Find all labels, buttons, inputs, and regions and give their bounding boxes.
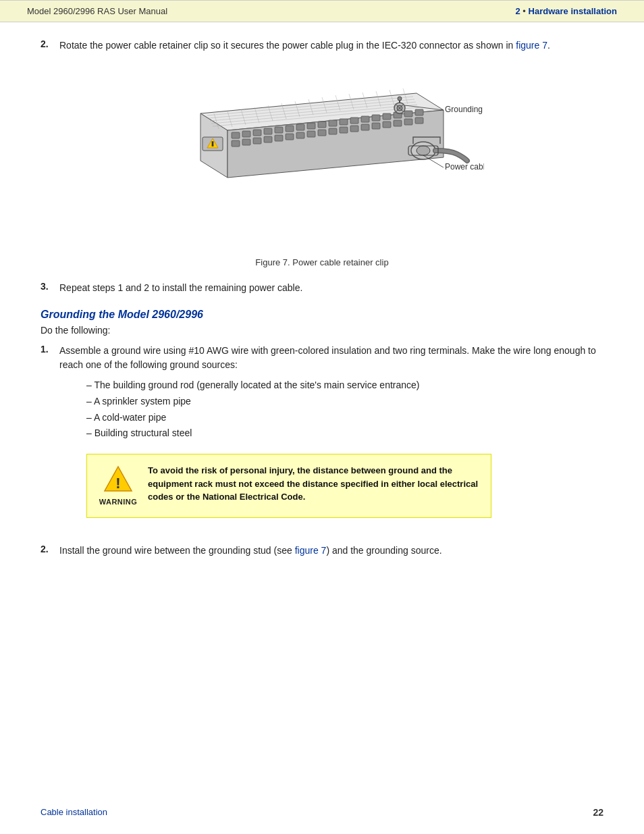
step-2-rotate: 2. Rotate the power cable retainer clip …	[41, 38, 603, 53]
svg-rect-24	[242, 131, 250, 137]
step-3-repeat: 3. Repeat steps 1 and 2 to install the r…	[41, 281, 603, 295]
svg-text:!: !	[115, 475, 120, 492]
svg-rect-23	[232, 132, 240, 138]
grounding-step-1: 1. Assemble a ground wire using #10 AWG …	[41, 344, 603, 530]
footer-section-label: Cable installation	[41, 807, 107, 818]
figure7-link-2[interactable]: figure 7	[295, 545, 327, 556]
svg-rect-56	[394, 120, 402, 126]
svg-rect-58	[415, 118, 423, 124]
figure7-link-1[interactable]: figure 7	[516, 40, 547, 51]
main-content: 2. Rotate the power cable retainer clip …	[0, 38, 644, 612]
figure-7-caption: Figure 7. Power cable retainer clip	[41, 257, 603, 267]
warning-label-text: WARNING	[99, 496, 138, 508]
svg-rect-55	[383, 122, 391, 128]
svg-rect-46	[286, 134, 294, 140]
svg-rect-54	[372, 123, 380, 129]
grounding-section-heading: Grounding the Model 2960/2996	[41, 309, 603, 321]
svg-rect-25	[253, 130, 261, 136]
chapter-number: 2	[515, 6, 520, 16]
svg-rect-36	[372, 115, 380, 121]
svg-rect-45	[275, 135, 283, 141]
svg-rect-47	[296, 132, 304, 138]
diagram-svg: ! Grounding stud Power cable retainer cl…	[160, 73, 484, 249]
svg-rect-50	[329, 128, 337, 134]
header-bullet: •	[522, 6, 526, 16]
chapter-title: Hardware installation	[529, 6, 617, 16]
grounding-step-2-number: 2.	[41, 544, 59, 554]
svg-text:Power cable retainer clip: Power cable retainer clip	[445, 162, 484, 172]
svg-rect-57	[404, 119, 412, 125]
svg-rect-51	[340, 127, 348, 133]
warning-message: To avoid the risk of personal injury, th…	[148, 464, 480, 504]
svg-rect-52	[350, 126, 358, 132]
step-3-number: 3.	[41, 281, 59, 292]
page-footer: Cable installation 22	[0, 807, 644, 818]
svg-rect-49	[318, 130, 326, 136]
svg-rect-39	[404, 111, 412, 117]
grounding-step-2-text: Install the ground wire between the grou…	[59, 544, 603, 558]
svg-rect-41	[232, 140, 240, 147]
svg-rect-34	[350, 118, 358, 124]
svg-rect-33	[340, 119, 348, 125]
svg-point-66	[417, 146, 430, 155]
svg-rect-27	[275, 127, 283, 133]
list-item: Building structural steel	[86, 425, 603, 442]
grounding-step-1-number: 1.	[41, 344, 59, 355]
svg-rect-43	[253, 138, 261, 144]
list-item: A sprinkler system pipe	[86, 394, 603, 410]
svg-rect-26	[264, 128, 272, 134]
svg-text:!: !	[212, 140, 214, 147]
step-2-number: 2.	[41, 38, 59, 49]
warning-triangle-icon: !	[103, 464, 133, 494]
svg-rect-35	[361, 116, 369, 122]
list-item: The building ground rod (generally locat…	[86, 377, 603, 394]
svg-rect-42	[242, 139, 250, 145]
footer-page-number: 22	[593, 807, 603, 818]
header-chapter: 2 • Hardware installation	[515, 6, 617, 16]
svg-rect-28	[286, 126, 294, 132]
svg-rect-53	[361, 124, 369, 130]
grounding-step-1-content: Assemble a ground wire using #10 AWG wir…	[59, 344, 603, 530]
svg-rect-40	[415, 109, 423, 115]
svg-text:Grounding stud: Grounding stud	[445, 105, 484, 114]
ground-sources-list: The building ground rod (generally locat…	[86, 377, 603, 442]
svg-rect-44	[264, 136, 272, 142]
header-manual-title: Model 2960/2996 RAS User Manual	[27, 6, 167, 16]
header-bar: Model 2960/2996 RAS User Manual 2 • Hard…	[0, 0, 644, 22]
warning-icon-area: ! WARNING	[98, 464, 138, 508]
grounding-step-2: 2. Install the ground wire between the g…	[41, 544, 603, 558]
svg-rect-48	[307, 131, 315, 137]
grounding-intro: Do the following:	[41, 325, 603, 336]
figure-7-container: ! Grounding stud Power cable retainer cl…	[41, 73, 603, 251]
svg-rect-29	[296, 124, 304, 130]
step-3-text: Repeat steps 1 and 2 to install the rema…	[59, 281, 603, 295]
svg-rect-32	[329, 120, 337, 126]
svg-rect-30	[307, 123, 315, 129]
svg-rect-37	[383, 113, 391, 120]
list-item: A cold-water pipe	[86, 410, 603, 426]
svg-rect-31	[318, 122, 326, 128]
svg-point-62	[398, 97, 402, 101]
warning-box: ! WARNING To avoid the risk of personal …	[86, 454, 491, 518]
step-2-text: Rotate the power cable retainer clip so …	[59, 38, 603, 53]
